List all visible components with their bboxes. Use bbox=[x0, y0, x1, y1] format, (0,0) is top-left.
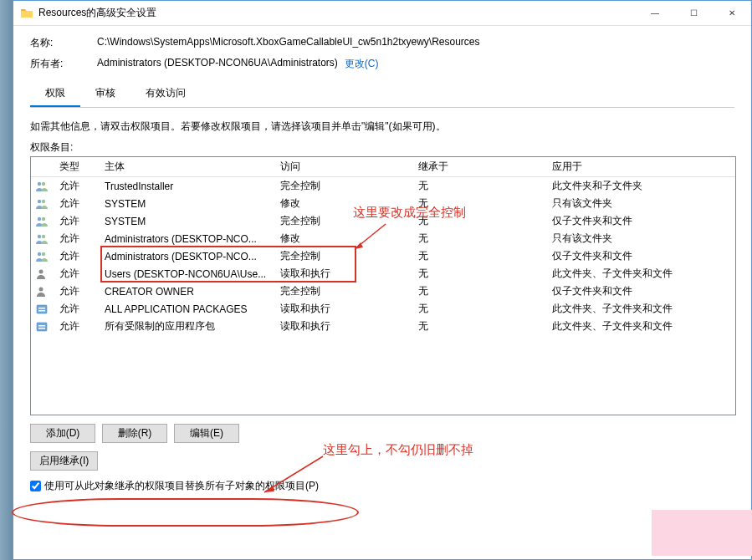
replace-check-label: 使用可从此对象继承的权限项目替换所有子对象的权限项目(P) bbox=[44, 479, 319, 493]
row-icon bbox=[31, 181, 54, 192]
row-inherit: 无 bbox=[413, 214, 547, 228]
row-apply: 此文件夹、子文件夹和文件 bbox=[547, 319, 735, 333]
row-apply: 此文件夹、子文件夹和文件 bbox=[547, 302, 735, 316]
row-type: 允许 bbox=[54, 284, 100, 298]
row-type: 允许 bbox=[54, 302, 100, 316]
security-window: Resources的高级安全设置 — ☐ ✕ 名称: C:\Windows\Sy… bbox=[13, 0, 752, 560]
tabs: 权限 审核 有效访问 bbox=[30, 81, 734, 108]
row-inherit: 无 bbox=[413, 232, 547, 246]
svg-point-1 bbox=[42, 181, 45, 185]
row-icon bbox=[31, 198, 54, 210]
annotation-circle bbox=[12, 498, 359, 527]
svg-rect-13 bbox=[38, 308, 45, 309]
svg-point-8 bbox=[38, 252, 41, 255]
row-apply: 只有该文件夹 bbox=[547, 232, 735, 246]
row-apply: 只有该文件夹 bbox=[547, 196, 735, 211]
row-access: 读取和执行 bbox=[275, 319, 413, 333]
row-inherit: 无 bbox=[413, 302, 547, 316]
svg-point-10 bbox=[39, 269, 43, 273]
svg-rect-17 bbox=[38, 328, 45, 329]
change-owner-link[interactable]: 更改(C) bbox=[345, 57, 379, 71]
table-row[interactable]: 允许SYSTEM修改无只有该文件夹 bbox=[31, 195, 735, 212]
maximize-button[interactable]: ☐ bbox=[674, 1, 713, 26]
row-principal: SYSTEM bbox=[100, 198, 275, 210]
svg-point-2 bbox=[38, 199, 41, 202]
row-icon bbox=[31, 286, 54, 298]
row-principal: SYSTEM bbox=[100, 216, 275, 227]
window-title: Resources的高级安全设置 bbox=[38, 6, 636, 20]
delete-button[interactable]: 删除(R) bbox=[102, 424, 167, 443]
row-type: 允许 bbox=[54, 249, 100, 263]
tab-effective[interactable]: 有效访问 bbox=[130, 81, 201, 107]
svg-point-0 bbox=[38, 181, 41, 185]
enable-inherit-button[interactable]: 启用继承(I) bbox=[30, 451, 98, 471]
replace-checkbox[interactable] bbox=[30, 481, 41, 491]
titlebar[interactable]: Resources的高级安全设置 — ☐ ✕ bbox=[13, 1, 751, 26]
row-type: 允许 bbox=[54, 232, 100, 246]
minimize-button[interactable]: — bbox=[636, 1, 674, 26]
pink-patch bbox=[652, 510, 752, 556]
col-access[interactable]: 访问 bbox=[275, 160, 413, 174]
row-inherit: 无 bbox=[413, 267, 547, 281]
row-access: 修改 bbox=[275, 196, 413, 211]
row-inherit: 无 bbox=[413, 179, 547, 193]
svg-point-6 bbox=[38, 234, 41, 237]
name-label: 名称: bbox=[30, 36, 97, 50]
replace-check-row: 使用可从此对象继承的权限项目替换所有子对象的权限项目(P) bbox=[30, 479, 734, 493]
svg-point-4 bbox=[38, 216, 41, 220]
svg-rect-15 bbox=[37, 323, 47, 331]
col-principal[interactable]: 主体 bbox=[100, 160, 275, 174]
svg-rect-14 bbox=[38, 310, 45, 312]
row-apply: 仅子文件夹和文件 bbox=[547, 249, 735, 263]
row-apply: 此文件夹和子文件夹 bbox=[547, 179, 735, 193]
permissions-grid[interactable]: 类型 主体 访问 继承于 应用于 允许TrustedInstaller完全控制无… bbox=[30, 156, 736, 415]
row-icon bbox=[31, 303, 54, 315]
row-apply: 仅子文件夹和文件 bbox=[547, 214, 735, 228]
hint-text: 如需其他信息，请双击权限项目。若要修改权限项目，请选择该项目并单击"编辑"(如果… bbox=[30, 120, 734, 134]
row-type: 允许 bbox=[54, 267, 100, 281]
row-type: 允许 bbox=[54, 179, 100, 193]
table-row[interactable]: 允许ALL APPLICATION PACKAGES读取和执行无此文件夹、子文件… bbox=[31, 300, 735, 318]
row-principal: Administrators (DESKTOP-NCO... bbox=[100, 251, 275, 262]
svg-point-11 bbox=[39, 287, 43, 291]
row-apply: 此文件夹、子文件夹和文件 bbox=[547, 267, 735, 281]
table-row[interactable]: 允许Administrators (DESKTOP-NCO...修改无只有该文件… bbox=[31, 230, 735, 247]
table-row[interactable]: 允许TrustedInstaller完全控制无此文件夹和子文件夹 bbox=[31, 177, 735, 195]
owner-value: Administrators (DESKTOP-NCON6UA\Administ… bbox=[97, 57, 338, 71]
row-principal: ALL APPLICATION PACKAGES bbox=[100, 303, 275, 315]
svg-point-5 bbox=[42, 216, 45, 220]
owner-label: 所有者: bbox=[30, 57, 97, 71]
row-principal: Administrators (DESKTOP-NCO... bbox=[100, 233, 275, 245]
row-access: 读取和执行 bbox=[275, 302, 413, 316]
row-icon bbox=[31, 233, 54, 245]
col-inherit[interactable]: 继承于 bbox=[413, 160, 547, 174]
row-principal: CREATOR OWNER bbox=[100, 286, 275, 298]
table-row[interactable]: 允许CREATOR OWNER完全控制无仅子文件夹和文件 bbox=[31, 283, 735, 300]
inherit-row: 启用继承(I) bbox=[30, 451, 734, 471]
col-type[interactable]: 类型 bbox=[54, 160, 100, 174]
name-row: 名称: C:\Windows\SystemApps\Microsoft.Xbox… bbox=[30, 36, 734, 50]
svg-rect-12 bbox=[37, 305, 47, 313]
tab-permissions[interactable]: 权限 bbox=[30, 81, 80, 107]
row-access: 修改 bbox=[275, 232, 413, 246]
tab-audit[interactable]: 审核 bbox=[80, 81, 130, 107]
svg-point-3 bbox=[42, 199, 45, 202]
table-row[interactable]: 允许Administrators (DESKTOP-NCO...完全控制无仅子文… bbox=[31, 247, 735, 265]
col-apply[interactable]: 应用于 bbox=[547, 160, 735, 174]
row-access: 完全控制 bbox=[275, 179, 413, 193]
table-row[interactable]: 允许所有受限制的应用程序包读取和执行无此文件夹、子文件夹和文件 bbox=[31, 318, 735, 335]
button-row: 添加(D) 删除(R) 编辑(E) bbox=[30, 424, 734, 443]
edit-button[interactable]: 编辑(E) bbox=[174, 424, 239, 443]
table-row[interactable]: 允许SYSTEM完全控制无仅子文件夹和文件 bbox=[31, 212, 735, 230]
table-row[interactable]: 允许Users (DESKTOP-NCON6UA\Use...读取和执行无此文件… bbox=[31, 265, 735, 283]
desktop-edge bbox=[0, 0, 13, 560]
name-value: C:\Windows\SystemApps\Microsoft.XboxGame… bbox=[97, 36, 480, 50]
close-button[interactable]: ✕ bbox=[713, 1, 751, 26]
add-button[interactable]: 添加(D) bbox=[30, 424, 95, 443]
row-inherit: 无 bbox=[413, 284, 547, 298]
row-principal: TrustedInstaller bbox=[100, 181, 275, 192]
row-inherit: 无 bbox=[413, 249, 547, 263]
svg-rect-16 bbox=[38, 325, 45, 327]
row-access: 读取和执行 bbox=[275, 267, 413, 281]
row-access: 完全控制 bbox=[275, 284, 413, 298]
